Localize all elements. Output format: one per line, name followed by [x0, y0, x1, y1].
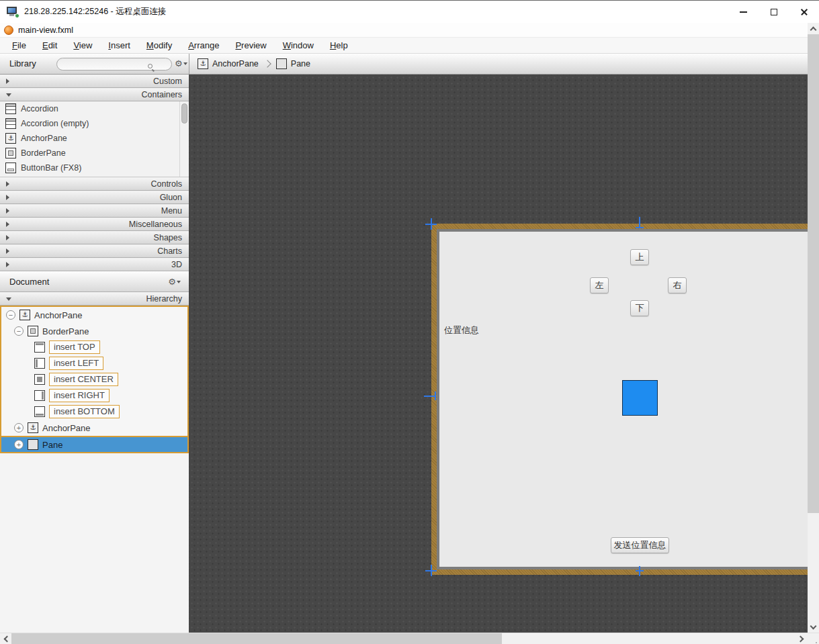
rdp-window-title: 218.28.225.142:25246 - 远程桌面连接 — [24, 6, 166, 17]
library-section-menu[interactable]: Menu — [0, 204, 189, 218]
menu-view[interactable]: View — [65, 38, 100, 53]
send-position-button[interactable]: 发送位置信息 — [611, 537, 669, 553]
tree-row-insert-bottom[interactable]: insert BOTTOM — [1, 404, 187, 420]
horizontal-scrollbar[interactable] — [0, 633, 819, 644]
library-search-input[interactable] — [56, 58, 172, 71]
tree-row-pane-selected[interactable]: + Pane — [1, 436, 187, 452]
chevron-down-icon — [177, 281, 181, 283]
list-item-accordion[interactable]: Accordion — [0, 101, 189, 116]
library-title: Library — [9, 58, 36, 68]
left-button[interactable]: 左 — [590, 277, 609, 293]
list-item-accordion-empty[interactable]: Accordion (empty) — [0, 116, 189, 131]
selection-handle-left-mid[interactable] — [435, 392, 436, 400]
anchorpane-icon: ⚓ — [198, 58, 208, 69]
right-button[interactable]: 右 — [668, 277, 687, 293]
expand-icon[interactable]: + — [14, 440, 24, 449]
document-panel-header: Document ⚙ — [0, 271, 189, 292]
expand-icon[interactable]: + — [14, 423, 24, 432]
borderpane-icon — [5, 148, 16, 158]
horizontal-scrollbar-thumb[interactable] — [11, 633, 502, 644]
menu-file[interactable]: File — [4, 38, 34, 53]
containers-list: Accordion Accordion (empty) ⚓ AnchorPane… — [0, 101, 189, 177]
scroll-down-button[interactable] — [808, 621, 819, 633]
menu-modify[interactable]: Modify — [138, 38, 180, 53]
rdp-app-icon — [7, 7, 18, 17]
list-scrollbar-track — [179, 101, 189, 177]
library-section-controls[interactable]: Controls — [0, 177, 189, 191]
maximize-button[interactable] — [759, 1, 789, 23]
document-menu-button[interactable]: ⚙ — [168, 277, 181, 286]
tree-row-anchorpane-root[interactable]: − ⚓ AnchorPane — [1, 307, 187, 323]
tree-row-insert-center[interactable]: insert CENTER — [1, 371, 187, 387]
pane-icon — [28, 439, 38, 450]
grip-icon — [816, 642, 817, 643]
breadcrumb-chevron-icon — [263, 60, 271, 67]
selection-handle-bottom-mid[interactable] — [636, 570, 644, 571]
scenebuilder-logo-icon — [4, 26, 13, 35]
menu-preview[interactable]: Preview — [227, 38, 274, 53]
vertical-scrollbar[interactable] — [808, 23, 819, 633]
pane-design-surface[interactable]: 上 左 右 下 位置信息 发送位置信息 — [439, 232, 808, 567]
library-menu-button[interactable]: ⚙ — [175, 59, 187, 68]
library-section-containers[interactable]: Containers — [0, 88, 189, 101]
menu-help[interactable]: Help — [322, 38, 356, 53]
hierarchy-section-header[interactable]: Hierarchy — [0, 292, 189, 306]
borderpane-icon — [28, 326, 38, 336]
breadcrumb-pane[interactable]: Pane — [276, 58, 310, 69]
selection-handle-bottom-left[interactable] — [431, 565, 432, 576]
menu-arrange[interactable]: Arrange — [180, 38, 227, 53]
chevron-down-icon — [183, 62, 187, 65]
library-section-miscellaneous[interactable]: Miscellaneous — [0, 218, 189, 231]
scenebuilder-titlebar: main-view.fxml — [0, 23, 808, 38]
menu-insert[interactable]: Insert — [100, 38, 138, 53]
close-button[interactable] — [789, 1, 819, 23]
scroll-up-button[interactable] — [808, 23, 819, 34]
scroll-right-button[interactable] — [795, 633, 807, 644]
document-title: main-view.fxml — [18, 26, 73, 35]
up-button[interactable]: 上 — [630, 249, 649, 265]
selected-pane-frame[interactable]: 上 左 右 下 位置信息 发送位置信息 — [431, 224, 808, 575]
menu-window[interactable]: Window — [275, 38, 322, 53]
gear-icon: ⚙ — [175, 59, 183, 68]
library-section-gluon[interactable]: Gluon — [0, 191, 189, 204]
library-section-3d[interactable]: 3D — [0, 258, 189, 271]
vertical-scrollbar-thumb[interactable] — [808, 34, 819, 513]
maximize-icon — [771, 9, 777, 15]
design-canvas[interactable]: 上 左 右 下 位置信息 发送位置信息 — [189, 75, 808, 633]
chevron-left-icon — [3, 636, 10, 643]
accordion-icon — [5, 103, 16, 114]
selection-breadcrumb: ⚓ AnchorPane Pane — [189, 54, 808, 74]
list-item-borderpane[interactable]: BorderPane — [0, 146, 189, 160]
tree-row-borderpane[interactable]: − BorderPane — [1, 323, 187, 339]
list-item-anchorpane[interactable]: ⚓ AnchorPane — [0, 131, 189, 146]
rdp-window: 218.28.225.142:25246 - 远程桌面连接 main-view.… — [0, 0, 819, 644]
collapse-icon[interactable]: − — [14, 326, 24, 336]
list-scrollbar-thumb[interactable] — [181, 103, 187, 124]
tree-row-anchorpane-child[interactable]: + ⚓ AnchorPane — [1, 420, 187, 436]
resize-grip[interactable] — [807, 633, 819, 644]
borderpane-left-icon — [34, 358, 45, 369]
minimize-button[interactable] — [728, 1, 759, 23]
borderpane-center-icon — [34, 374, 45, 385]
library-section-custom[interactable]: Custom — [0, 75, 189, 88]
anchorpane-icon: ⚓ — [19, 310, 30, 320]
selection-handle-top-mid[interactable] — [636, 227, 644, 228]
tree-row-insert-right[interactable]: insert RIGHT — [1, 387, 187, 404]
left-panel: Custom Containers Accordion Accordion (e… — [0, 75, 189, 633]
selection-handle-top-left[interactable] — [431, 218, 432, 230]
down-button[interactable]: 下 — [630, 300, 649, 316]
gear-icon: ⚙ — [168, 277, 176, 286]
scroll-left-button[interactable] — [0, 633, 11, 644]
collapse-icon[interactable]: − — [6, 310, 15, 320]
library-section-shapes[interactable]: Shapes — [0, 231, 189, 244]
tree-row-insert-left[interactable]: insert LEFT — [1, 355, 187, 371]
anchorpane-icon: ⚓ — [5, 133, 16, 144]
position-info-label: 位置信息 — [444, 324, 479, 336]
menu-edit[interactable]: Edit — [34, 38, 65, 53]
buttonbar-icon — [5, 163, 16, 173]
library-section-charts[interactable]: Charts — [0, 244, 189, 258]
breadcrumb-anchorpane[interactable]: ⚓ AnchorPane — [198, 58, 259, 69]
blue-square[interactable] — [622, 380, 658, 416]
tree-row-insert-top[interactable]: insert TOP — [1, 339, 187, 355]
list-item-buttonbar[interactable]: ButtonBar (FX8) — [0, 160, 189, 175]
